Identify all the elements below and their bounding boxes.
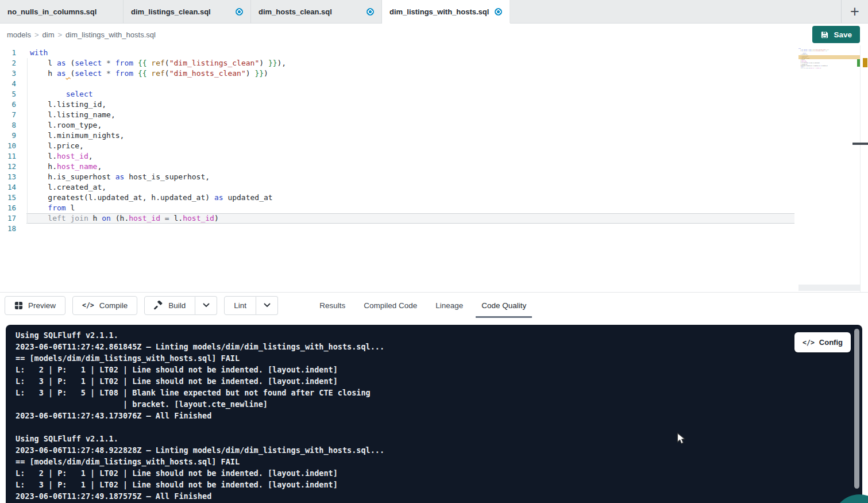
code-content: with (26, 48, 794, 58)
editor-scrollbar-corner (798, 285, 860, 291)
plus-icon: + (850, 3, 859, 21)
code-line[interactable]: 16 from l (0, 203, 794, 213)
code-icon: </> (82, 301, 94, 309)
code-editor[interactable]: 1with2 l as (select * from {{ ref("dim_l… (0, 45, 868, 292)
file-tab-label: no_nulls_in_columns.sql (7, 7, 97, 16)
unsaved-changes-icon (236, 8, 243, 16)
code-line[interactable]: 4 (0, 79, 794, 89)
code-line[interactable]: 6 l.listing_id, (0, 99, 794, 110)
preview-button[interactable]: Preview (5, 296, 65, 315)
code-line[interactable]: 12 h.host_name, (0, 162, 794, 172)
file-tab[interactable]: dim_listings_with_hosts.sql (382, 0, 510, 23)
code-content: l.minimum_nights, (26, 130, 794, 141)
overview-ruler-cursor-marker (852, 143, 868, 145)
file-tab-label: dim_listings_with_hosts.sql (389, 7, 489, 16)
chevron-down-icon (264, 303, 271, 308)
lint-button[interactable]: Lint (224, 296, 256, 315)
save-button[interactable]: Save (812, 26, 860, 43)
terminal-line: Using SQLFluff v2.1.1. (16, 433, 862, 444)
file-tab[interactable]: dim_listings_clean.sql (124, 0, 251, 23)
code-line[interactable]: 13 h.is_superhost as host_is_superhost, (0, 172, 794, 182)
code-icon: </> (803, 339, 815, 347)
overview-ruler-border (860, 45, 861, 292)
line-number: 7 (0, 110, 16, 120)
terminal-line: Using SQLFluff v2.1.1. (16, 329, 862, 341)
config-button-label: Config (819, 338, 843, 347)
terminal-line: 2023-06-06T11:27:48.922828Z — Linting mo… (16, 444, 862, 456)
code-line[interactable]: 9 l.minimum_nights, (0, 130, 794, 141)
code-line[interactable]: 17 left join h on (h.host_id = l.host_id… (0, 213, 794, 224)
overview-ruler-warning-marker (863, 58, 867, 67)
line-number: 9 (0, 130, 16, 141)
line-number: 8 (0, 120, 16, 130)
editor-minimap[interactable]: with l as (select * from {{ ref("dim_lis… (798, 48, 860, 289)
table-icon (14, 301, 23, 310)
unsaved-changes-icon (495, 8, 502, 16)
minimap-warning-band (798, 55, 860, 59)
file-tab-label: dim_hosts_clean.sql (259, 7, 332, 16)
line-number: 15 (0, 193, 16, 203)
file-tab[interactable]: dim_hosts_clean.sql (251, 0, 382, 23)
file-header-bar: models>dim>dim_listings_with_hosts.sql S… (0, 24, 868, 45)
new-tab-button[interactable]: + (841, 0, 868, 23)
terminal-line (16, 421, 862, 433)
code-line[interactable]: 7 l.listing_name, (0, 110, 794, 120)
code-line[interactable]: 8 l.room_type, (0, 120, 794, 130)
line-number: 1 (0, 48, 16, 58)
ide-window: no_nulls_in_columns.sqldim_listings_clea… (0, 0, 868, 503)
code-content: h.is_superhost as host_is_superhost, (26, 172, 794, 182)
save-button-label: Save (834, 30, 852, 39)
terminal-line: 2023-06-06T11:27:43.173076Z — All Finish… (16, 410, 862, 421)
terminal-scrollbar[interactable] (854, 329, 859, 489)
build-dropdown-button[interactable] (195, 296, 217, 315)
breadcrumb-item: dim (43, 30, 55, 39)
code-line[interactable]: 5 select (0, 89, 794, 99)
terminal-line: 2023-06-06T11:27:42.861845Z — Linting mo… (16, 341, 862, 352)
code-line[interactable]: 1with (0, 48, 794, 58)
line-number: 2 (0, 58, 16, 68)
line-number: 12 (0, 162, 16, 172)
code-content: h.host_name, (26, 162, 794, 172)
terminal-lines: Using SQLFluff v2.1.1.2023-06-06T11:27:4… (16, 329, 862, 502)
compile-button[interactable]: </> Compile (72, 296, 137, 315)
terminal-line: 2023-06-06T11:27:49.187575Z — All Finish… (16, 490, 862, 502)
lint-dropdown-button[interactable] (256, 296, 278, 315)
terminal-line: L: 3 | P: 5 | LT08 | Blank line expected… (16, 387, 862, 398)
panel-tab-code-quality[interactable]: Code Quality (472, 293, 535, 318)
code-content (26, 224, 794, 234)
code-content (798, 69, 860, 70)
code-line[interactable]: 14 l.created_at, (0, 182, 794, 193)
code-content: left join h on (h.host_id = l.host_id) (26, 213, 794, 224)
terminal-line: L: 3 | P: 1 | LT02 | Line should not be … (16, 479, 862, 490)
chevron-down-icon (203, 303, 210, 308)
breadcrumb-item: models (7, 30, 31, 39)
code-line[interactable]: 10 l.price, (0, 141, 794, 151)
line-number: 17 (0, 213, 16, 224)
line-number: 3 (0, 68, 16, 79)
terminal-section: Using SQLFluff v2.1.1.2023-06-06T11:27:4… (0, 318, 868, 503)
code-line[interactable]: 18 (0, 224, 794, 234)
config-button[interactable]: </> Config (794, 332, 851, 352)
build-split-button: Build (144, 296, 217, 315)
code-line[interactable]: 11 l.host_id, (0, 151, 794, 162)
line-number: 4 (0, 79, 16, 89)
code-content: l as (select * from {{ ref("dim_listings… (26, 58, 794, 68)
panel-tab-lineage[interactable]: Lineage (426, 293, 472, 318)
panel-tabs: ResultsCompiled CodeLineageCode Quality (310, 293, 535, 318)
panel-tab-results[interactable]: Results (310, 293, 354, 318)
code-line[interactable]: 15 greatest(l.updated_at, h.updated_at) … (0, 193, 794, 203)
line-number: 6 (0, 99, 16, 110)
build-button[interactable]: Build (144, 296, 195, 315)
line-number: 14 (0, 182, 16, 193)
code-line[interactable]: 2 l as (select * from {{ ref("dim_listin… (0, 58, 794, 68)
panel-tab-compiled-code[interactable]: Compiled Code (354, 293, 426, 318)
code-content: l.room_type, (26, 120, 794, 130)
terminal-line: == [models/dim/dim_listings_with_hosts.s… (16, 352, 862, 364)
code-content: l.price, (26, 141, 794, 151)
code-content: select (26, 89, 794, 99)
hammer-icon (154, 301, 163, 310)
code-content: l.listing_name, (26, 110, 794, 120)
code-line[interactable]: 3 h as (select * from {{ ref("dim_hosts_… (0, 68, 794, 79)
lint-split-button: Lint (224, 296, 278, 315)
file-tab[interactable]: no_nulls_in_columns.sql (0, 0, 124, 23)
